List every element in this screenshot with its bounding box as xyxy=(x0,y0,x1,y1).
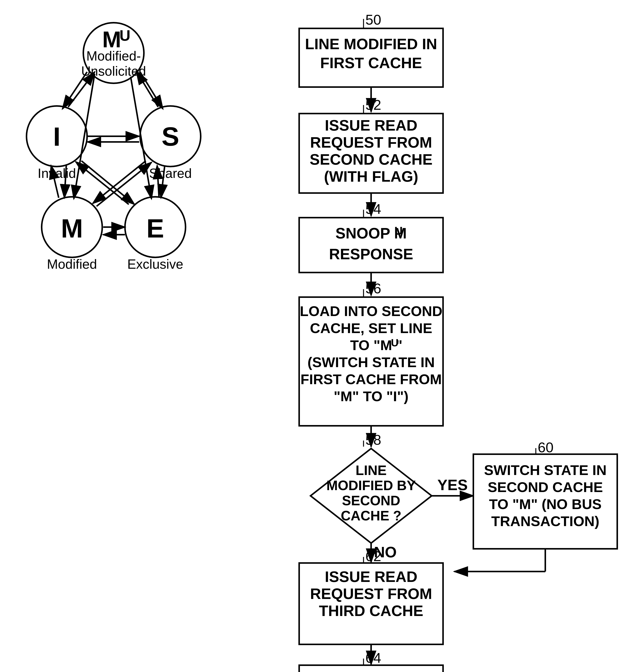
main-svg: M U Modified- Unsolicited I Invalid S Sh… xyxy=(0,0,625,672)
state-S-label: S xyxy=(162,122,179,151)
ref-54: 54 xyxy=(365,201,381,217)
box-56-text4: (SWITCH STATE IN xyxy=(307,354,435,370)
state-MU-sub: U xyxy=(119,27,131,44)
box-52-text2: REQUEST FROM xyxy=(310,134,432,151)
box-62-text3: THIRD CACHE xyxy=(319,602,423,619)
state-I-label: I xyxy=(53,122,61,151)
box-50-text2: FIRST CACHE xyxy=(320,54,422,71)
ref-62: 62 xyxy=(365,548,381,564)
svg-line-2 xyxy=(63,72,87,109)
box-60-text3: TO "M" (NO BUS xyxy=(489,496,602,512)
box-52-text1: ISSUE READ xyxy=(325,117,417,134)
state-E-label: E xyxy=(146,214,164,243)
state-S-desc: Shared xyxy=(149,166,192,181)
ref-52: 52 xyxy=(365,97,381,113)
box-62-text1: ISSUE READ xyxy=(325,568,417,585)
yes-label: YES xyxy=(437,477,468,494)
ref-64: 64 xyxy=(365,650,381,666)
state-MU-label: M xyxy=(102,27,121,52)
state-M-label: M xyxy=(61,214,83,243)
state-E-desc: Exclusive xyxy=(127,257,183,271)
box-54-MU-sub: U xyxy=(394,224,402,237)
box-52-text4: (WITH FLAG) xyxy=(324,168,418,185)
svg-line-11 xyxy=(76,162,129,205)
box-62-text2: REQUEST FROM xyxy=(310,585,432,602)
box-56-text5: FIRST CACHE FROM xyxy=(300,371,442,387)
box-56-text2: CACHE, SET LINE xyxy=(310,320,432,336)
box-52-text3: SECOND CACHE xyxy=(310,151,433,168)
box-54-text2: RESPONSE xyxy=(329,246,413,263)
diagram-container: M U Modified- Unsolicited I Invalid S Sh… xyxy=(0,0,625,672)
box-56-text3: TO "M xyxy=(350,337,392,353)
ref-60: 60 xyxy=(538,439,553,455)
svg-line-4 xyxy=(140,72,163,109)
svg-line-5 xyxy=(136,71,158,107)
ref-58: 58 xyxy=(365,432,381,448)
state-MU-desc1: Modified- xyxy=(86,49,141,64)
box-56-text3b: " xyxy=(396,337,402,353)
ref-56: 56 xyxy=(365,281,381,296)
diamond-58-text1: LINE xyxy=(355,463,387,478)
state-I-desc: Invalid xyxy=(38,166,76,181)
state-M-desc: Modified xyxy=(47,257,97,271)
box-60-text2: SECOND CACHE xyxy=(488,479,603,495)
box-60-text1: SWITCH STATE IN xyxy=(484,462,606,478)
box-56-text6: "M" TO "I") xyxy=(334,388,409,404)
box-50-text1: LINE MODIFIED IN xyxy=(305,35,437,52)
ref-50: 50 xyxy=(365,12,381,28)
diamond-58-text4: CACHE ? xyxy=(341,508,401,523)
box-64 xyxy=(299,665,443,672)
diamond-58-text3: SECOND xyxy=(342,493,400,508)
diamond-58-text2: MODIFIED BY xyxy=(326,478,416,493)
box-60-text4: TRANSACTION) xyxy=(491,513,599,529)
box-56-text1: LOAD INTO SECOND xyxy=(300,303,442,319)
